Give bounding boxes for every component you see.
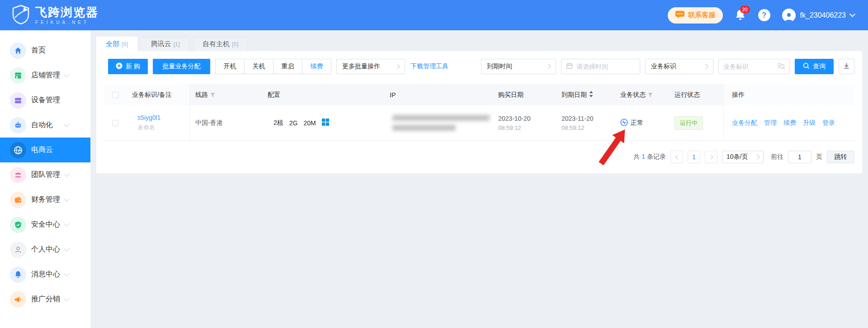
biz-status-value: 正常 xyxy=(631,119,643,127)
run-status-badge: 运行中 xyxy=(675,116,703,130)
date-picker-input[interactable] xyxy=(576,63,631,70)
config-bandwidth: 20M xyxy=(303,119,316,127)
sidebar-item-label: 消息中心 xyxy=(31,270,60,279)
sidebar-item-personal-center[interactable]: 个人中心 xyxy=(0,237,90,262)
tab-label: 自有主机 xyxy=(203,40,230,48)
date-picker[interactable] xyxy=(561,59,640,74)
download-tools-link[interactable]: 下载管理工具 xyxy=(410,62,448,71)
export-button[interactable] xyxy=(839,59,854,74)
tab-tencent-cloud[interactable]: 腾讯云 [1] xyxy=(141,37,189,51)
chevron-down-icon xyxy=(64,295,70,301)
column-label: IP xyxy=(390,91,396,99)
sidebar-item-ecommerce-cloud[interactable]: 电商云 xyxy=(0,138,90,162)
prev-page-button[interactable] xyxy=(670,151,683,163)
sidebar-item-promotion[interactable]: 推广分销 xyxy=(0,287,90,312)
page-size-select[interactable]: 10条/页 xyxy=(722,151,764,163)
chevron-right-icon xyxy=(755,154,760,159)
filter-icon[interactable] xyxy=(648,91,653,99)
sidebar-item-label: 个人中心 xyxy=(31,245,60,254)
sidebar-item-automation[interactable]: 自动化 xyxy=(0,113,90,138)
total-suffix: 条记录 xyxy=(647,153,666,161)
power-off-button[interactable]: 关机 xyxy=(244,59,274,74)
page-number-button[interactable]: 1 xyxy=(688,151,700,163)
pagination: 共 1 条记录 1 10条/页 前往 页 跳转 xyxy=(104,151,854,163)
power-button-group: 开机 关机 重启 续费 xyxy=(215,59,331,74)
sidebar-item-device-mgmt[interactable]: 设备管理 xyxy=(0,88,90,113)
action-upgrade-link[interactable]: 升级 xyxy=(803,119,816,127)
biz-id-search xyxy=(718,59,790,74)
action-allocate-link[interactable]: 业务分配 xyxy=(732,119,757,127)
action-login-link[interactable]: 登录 xyxy=(822,119,835,127)
biz-id-select[interactable]: 业务标识 xyxy=(645,59,713,74)
purchase-time: 08:59:12 xyxy=(498,124,531,131)
sidebar-item-security-center[interactable]: 安全中心 xyxy=(0,212,90,237)
batch-allocate-label: 批量业务分配 xyxy=(163,62,201,71)
tab-all[interactable]: 全部 [6] xyxy=(96,37,137,51)
filter-icon[interactable] xyxy=(210,91,215,99)
column-label: 到期日期 xyxy=(561,91,587,99)
renew-button[interactable]: 续费 xyxy=(302,59,331,74)
avatar xyxy=(782,9,796,22)
goto-page-input[interactable] xyxy=(788,151,811,163)
sidebar-item-finance-mgmt[interactable]: 财务管理 xyxy=(0,187,90,212)
sidebar-item-label: 设备管理 xyxy=(31,95,60,105)
sidebar-nav: 首页 店铺管理 设备管理 自动化 电商云 团队管理 xyxy=(0,30,90,328)
chevron-right-icon xyxy=(708,155,713,159)
download-icon xyxy=(843,62,850,71)
restart-label: 重启 xyxy=(282,62,294,71)
instance-remark: 未命名 xyxy=(137,124,160,132)
more-batch-ops-dropdown[interactable]: 更多批量操作 xyxy=(336,59,405,74)
action-manage-link[interactable]: 管理 xyxy=(764,119,777,127)
instance-panel: 新 购 批量业务分配 开机 关机 重启 续费 更多批量操作 下载管理工具 到期时… xyxy=(96,51,862,173)
config-ram: 2G xyxy=(289,119,298,127)
expire-time-select[interactable]: 到期时间 xyxy=(481,59,556,74)
plus-circle-icon xyxy=(116,62,123,71)
query-button[interactable]: 查询 xyxy=(795,59,834,74)
biz-id-search-input[interactable] xyxy=(723,63,773,70)
row-biz-id-cell: s5iyg0l1 未命名 xyxy=(127,105,190,141)
filter-search-icon xyxy=(777,62,785,71)
header-config: 配置 xyxy=(262,84,384,105)
sidebar-item-label: 安全中心 xyxy=(31,220,60,229)
tab-count: [5] xyxy=(232,41,238,48)
expire-time-label: 到期时间 xyxy=(487,62,512,71)
sidebar-item-home[interactable]: 首页 xyxy=(0,38,90,63)
help-icon: ? xyxy=(762,11,766,19)
user-menu[interactable]: fk_230406223 xyxy=(782,9,854,22)
sidebar-item-label: 店铺管理 xyxy=(31,71,60,80)
header-purchase-date: 购买日期 xyxy=(493,84,556,105)
chevron-right-icon xyxy=(395,64,400,69)
chevron-right-icon xyxy=(703,64,708,69)
batch-allocate-button[interactable]: 批量业务分配 xyxy=(153,59,210,74)
page-size-label: 10条/页 xyxy=(726,153,748,161)
sidebar-item-message-center[interactable]: 消息中心 xyxy=(0,262,90,287)
notification-bell-icon xyxy=(735,15,746,23)
next-page-button[interactable] xyxy=(705,151,717,163)
chevron-down-icon xyxy=(64,246,70,252)
chevron-down-icon xyxy=(64,221,70,227)
sidebar-item-team-mgmt[interactable]: 团队管理 xyxy=(0,162,90,187)
sidebar-item-store-mgmt[interactable]: 店铺管理 xyxy=(0,63,90,88)
column-label: 购买日期 xyxy=(498,91,524,99)
help-button[interactable]: ? xyxy=(758,9,770,21)
sort-icon[interactable] xyxy=(589,91,593,99)
power-on-button[interactable]: 开机 xyxy=(215,59,245,74)
column-label: 业务状态 xyxy=(620,91,646,99)
header-ip: IP xyxy=(384,84,493,105)
restart-button[interactable]: 重启 xyxy=(273,59,302,74)
contact-support-button[interactable]: 联系客服 xyxy=(668,7,723,24)
power-on-label: 开机 xyxy=(224,62,236,71)
column-label: 业务标识/备注 xyxy=(132,91,172,99)
new-purchase-button[interactable]: 新 购 xyxy=(108,59,148,74)
toolbar-filters: 到期时间 业务标识 xyxy=(481,59,854,74)
select-all-checkbox[interactable] xyxy=(112,92,118,98)
action-renew-link[interactable]: 续费 xyxy=(783,119,796,127)
wallet-icon xyxy=(10,192,26,208)
jump-button[interactable]: 跳转 xyxy=(827,151,854,163)
row-checkbox[interactable] xyxy=(112,120,118,126)
row-run-status-cell: 运行中 xyxy=(669,105,723,141)
tab-own-hosts[interactable]: 自有主机 [5] xyxy=(193,37,248,51)
sidebar-item-label: 团队管理 xyxy=(31,170,60,180)
instance-id-link[interactable]: s5iyg0l1 xyxy=(137,114,160,121)
notifications-button[interactable]: 20 xyxy=(735,9,746,22)
